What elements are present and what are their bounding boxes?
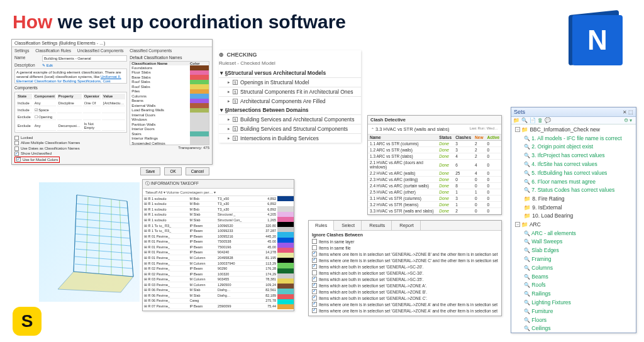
table-row[interactable]: ⊞ R 06 Pavime_M SlabDiafrg…82,561 bbox=[143, 287, 277, 293]
table-row[interactable]: 3.2 HVAC vs STR (beams)Done100 bbox=[368, 202, 501, 208]
table-row[interactable]: 2.3 HVAC vs ARC (ceiling)Done000 bbox=[368, 177, 501, 183]
search-set-node[interactable]: 🔍 Beams bbox=[511, 273, 636, 282]
tab-results[interactable]: Results bbox=[363, 221, 392, 230]
table-row[interactable]: ⊞ R 01 Pavime_IP Beam750053845.00 bbox=[143, 239, 277, 245]
folder-node[interactable]: −📁 BBC_Information_Check new bbox=[511, 126, 636, 135]
cb-use-dates[interactable]: Use Dates as Classification Names bbox=[21, 146, 80, 150]
cb-locked[interactable]: Locked bbox=[21, 136, 33, 140]
table-row[interactable]: ⊞ R 1 subsoloM SlabStructural Con_1,265 bbox=[143, 218, 277, 223]
table-row[interactable]: 1.2 ARC vs STR (walls)Done320 bbox=[368, 147, 501, 153]
edit-link[interactable]: ✎ Edit bbox=[42, 63, 53, 67]
search-set-node[interactable]: 🔍 3. IfcProject has correct values bbox=[511, 152, 636, 160]
folder-node[interactable]: 📁 10. Load Bearing bbox=[511, 212, 636, 221]
search-set-node[interactable]: 🔍 Framing bbox=[511, 255, 636, 264]
name-field[interactable]: Building Elements - General bbox=[42, 55, 127, 62]
table-row[interactable]: 2.4 HVAC vs ARC (curtain walls)Done800 bbox=[368, 183, 501, 189]
rule-item[interactable]: ▸§Intersections in Building Services bbox=[219, 133, 361, 143]
tab-rules[interactable]: Rules bbox=[309, 221, 334, 231]
search-set-node[interactable]: 🔍 Wall Sweeps bbox=[511, 238, 636, 246]
table-row[interactable]: ⊞ R 1 subsoloM BsbT3_s306,892 bbox=[143, 201, 277, 207]
search-set-node[interactable]: 🔍 Lighting Fixtures bbox=[511, 299, 636, 307]
clash-test-name[interactable]: 3.3 HVAC vs STR (walls and slabs) bbox=[375, 126, 449, 132]
takeoff-table[interactable]: ⊞ R 1 subsoloM BsbT3_s504,892⊞ R 1 subso… bbox=[143, 196, 277, 309]
table-row[interactable]: ⊞ R 02 Pavime_IP Beam100320174,29 bbox=[143, 271, 277, 277]
folder-node[interactable]: 📁 8. Fire Rating bbox=[511, 195, 636, 204]
ignore-rule[interactable]: Items which are both in selection set 'G… bbox=[312, 295, 498, 301]
takeoff-subtoolbar[interactable]: Takeoff All ▾ Volume Concretagem per… ▾ bbox=[143, 189, 294, 196]
cb-show-unclassified[interactable]: Show Unclassified bbox=[21, 152, 52, 155]
search-set-node[interactable]: 🔍 4. IfcSite has correct values bbox=[511, 160, 636, 169]
ignore-rule[interactable]: Items which are both in selection set 'G… bbox=[312, 263, 498, 270]
classification-colors[interactable]: Classification NameColor FoundationsFloo… bbox=[130, 61, 209, 145]
rule-item[interactable]: ▸§Architectural Components Are Filled bbox=[219, 96, 361, 106]
ignore-rule[interactable]: Items where one item is in selection set… bbox=[312, 301, 498, 307]
search-set-node[interactable]: 🔍 Furniture bbox=[511, 307, 636, 316]
table-row[interactable]: ⊞ R 1 subsoloM SlabStructural _4,205 bbox=[143, 212, 277, 218]
cb-model-colors[interactable]: Use for Model Colors bbox=[23, 158, 58, 162]
table-row[interactable]: 3.1 HVAC vs STR (columns)Done300 bbox=[368, 196, 501, 202]
cancel-button[interactable]: Cancel bbox=[186, 167, 209, 175]
save-button[interactable]: Save bbox=[140, 167, 161, 175]
sets-tree[interactable]: −📁 BBC_Information_Check new🔍 1. All mod… bbox=[511, 124, 636, 334]
ignore-rule[interactable]: Items which are both in selection set 'G… bbox=[312, 270, 498, 276]
table-row[interactable]: ⊞ R 06 Pavime_M SlabDiafrg…82,189 bbox=[143, 293, 277, 299]
ignore-rule[interactable]: Items where one item is in selection set… bbox=[312, 251, 498, 257]
search-set-node[interactable]: 🔍 ARC - all elements bbox=[511, 229, 636, 238]
tab-rules[interactable]: Classification Rules bbox=[35, 48, 71, 53]
search-set-node[interactable]: 🔍 6. Floor names must agree bbox=[511, 178, 636, 187]
ignore-rule[interactable]: Items which are both in selection set 'G… bbox=[312, 289, 498, 295]
table-row[interactable]: 1.3 ARC vs STR (slabs)Done420 bbox=[368, 153, 501, 160]
rule-item[interactable]: ▸§Building Services and Structural Compo… bbox=[219, 124, 361, 133]
components-table[interactable]: StateComponentPropertyOperatorValue Incl… bbox=[14, 92, 127, 133]
ruleset-group[interactable]: ▾ §Intersections Between Domains bbox=[219, 106, 361, 114]
ignore-rule[interactable]: Items where one item is in selection set… bbox=[312, 257, 498, 263]
table-row[interactable]: 3.3 HVAC vs STR (walls and slabs)Done200 bbox=[368, 208, 501, 214]
dialog-tabs[interactable]: Settings Classification Rules Unclassifi… bbox=[12, 47, 212, 53]
close-icon[interactable]: ✕ ⬚ bbox=[623, 109, 633, 115]
tab-settings[interactable]: Settings bbox=[14, 48, 30, 53]
table-row[interactable]: ⊞ R 1 To to_ R3_IP Beam10096520320.80 bbox=[143, 223, 277, 228]
clash-results-table[interactable]: NameStatusClashesNewActive 1.1 ARC vs ST… bbox=[368, 135, 501, 214]
search-set-node[interactable]: 🔍 Slab Edges bbox=[511, 246, 636, 255]
search-set-node[interactable]: 🔍 Ceilings bbox=[511, 324, 636, 333]
search-set-node[interactable]: 🔍 Railings bbox=[511, 290, 636, 299]
table-row[interactable]: ⊞ R 07 Pavime_IP Beam259009975,44 bbox=[143, 304, 277, 309]
table-row[interactable]: ⊞ R 01 Pavime_M Column100037940113,29 bbox=[143, 260, 277, 266]
table-row[interactable]: ⊞ R 06 Pavime_Careg275,78 bbox=[143, 298, 277, 304]
table-row[interactable]: ⊞ R 02 Pavime_IP Beam90290176,28 bbox=[143, 266, 277, 272]
table-row[interactable]: ⊞ R 01 Pavime_IP Beam90424014,278 bbox=[143, 250, 277, 255]
search-set-node[interactable]: 🔍 7. Status Codes has correct values bbox=[511, 186, 636, 195]
table-row[interactable]: 1.1 ARC vs STR (columns)Done320 bbox=[368, 141, 501, 147]
table-row[interactable]: ⊞ R 01 Pavime_IP Beam750019645,00 bbox=[143, 245, 277, 250]
rule-item[interactable]: ▸§Structural Components Fit in Architect… bbox=[219, 87, 361, 96]
ignore-rule[interactable]: Items in same file bbox=[312, 245, 498, 251]
search-set-node[interactable]: 🔍 2. Origin point object exist bbox=[511, 143, 636, 152]
ruleset-group[interactable]: ▾ §Structural versus Architectural Model… bbox=[219, 69, 361, 77]
ignore-rule[interactable]: Items where one item is in selection set… bbox=[312, 307, 498, 314]
table-row[interactable]: 2.5 HVAC vs ARC (other)Done110 bbox=[368, 189, 501, 196]
rule-item[interactable]: ▸§Building Services and Architectural Co… bbox=[219, 114, 361, 124]
search-set-node[interactable]: 🔍 Floors bbox=[511, 316, 636, 325]
cb-allow-multiple[interactable]: Allow Multiple Classification Names bbox=[21, 141, 80, 145]
tab-select[interactable]: Select bbox=[335, 221, 362, 230]
tab-unclassified[interactable]: Unclassified Components bbox=[77, 48, 124, 53]
search-set-node[interactable]: 🔍 Roofs bbox=[511, 281, 636, 290]
table-row[interactable]: ⊞ R 01 Pavime_M Column2049582881.195 bbox=[143, 255, 277, 261]
table-row[interactable]: ⊞ R 03 Pavime_M Column90345578,381 bbox=[143, 277, 277, 282]
ignore-rule[interactable]: Items which are both in selection set 'G… bbox=[312, 276, 498, 282]
table-row[interactable]: ⊞ R 1 subsoloM BsbT3_s306,892 bbox=[143, 207, 277, 212]
sets-toolbar[interactable]: 📁🔍📄🗑💬⚙ ▾ bbox=[511, 117, 636, 124]
search-set-node[interactable]: 🔍 1. All models - IFC file name is corre… bbox=[511, 135, 636, 143]
table-row[interactable]: ⊞ R 01 Pavime_IP Beam10095216445,20 bbox=[143, 233, 277, 239]
search-set-node[interactable]: 🔍 Columns bbox=[511, 264, 636, 273]
ignore-rule[interactable]: Items which are both in selection set 'G… bbox=[312, 282, 498, 289]
search-icon[interactable]: 🔍 bbox=[521, 118, 528, 123]
ignore-rule[interactable]: Items in same layer bbox=[312, 238, 498, 245]
folder-node[interactable]: −📁 ARC bbox=[511, 221, 636, 229]
table-row[interactable]: ⊞ R 1 To to_ R3_IP Beam1009923337.287 bbox=[143, 228, 277, 234]
table-row[interactable]: 2.2 HVAC vs ARC (walls)Done2540 bbox=[368, 170, 501, 177]
tab-classified[interactable]: Classified Components bbox=[130, 48, 172, 53]
rule-item[interactable]: ▸§Openings in Structural Model bbox=[219, 77, 361, 87]
search-set-node[interactable]: 🔍 5. IfcBuilding has correct values bbox=[511, 169, 636, 178]
tab-report[interactable]: Report bbox=[393, 221, 421, 230]
